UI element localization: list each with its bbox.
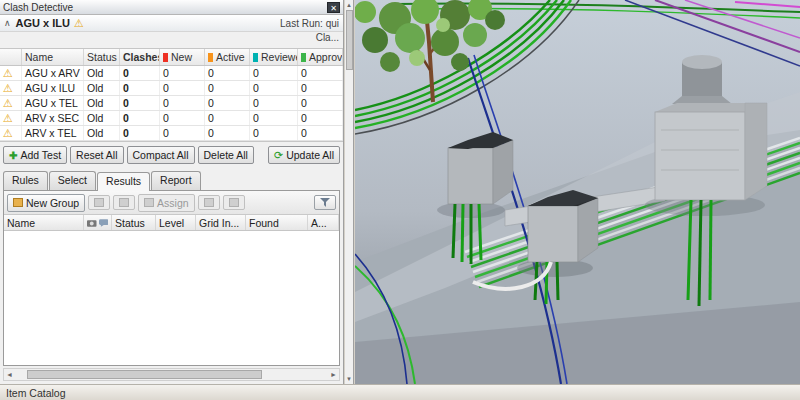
panel-title: Clash Detective xyxy=(3,2,327,13)
test-reviewed: 0 xyxy=(250,111,298,125)
unassign-button[interactable] xyxy=(198,195,220,210)
camera-icon xyxy=(87,219,97,227)
clash-detective-panel: Clash Detective ✕ ∧ AGU x ILU ⚠ Last Run… xyxy=(0,0,344,384)
results-grid-header: Name Status Level Grid In... Found A... xyxy=(4,215,339,231)
new-status-chip xyxy=(163,53,168,62)
scroll-up-icon[interactable]: ▲ xyxy=(346,0,352,10)
test-approved: 0 xyxy=(298,111,343,125)
col-clashes[interactable]: Clashes xyxy=(120,49,160,65)
ungroup-button[interactable] xyxy=(113,195,135,210)
assign-button[interactable]: Assign xyxy=(138,194,195,212)
clash-test-row[interactable]: ⚠ AGU x ILU Old 0 0 0 0 0 xyxy=(0,81,343,96)
results-col-icons[interactable] xyxy=(84,215,112,230)
3d-viewport[interactable] xyxy=(355,0,800,384)
results-col-grid[interactable]: Grid In... xyxy=(196,215,246,230)
test-new: 0 xyxy=(160,96,205,110)
3d-scene xyxy=(355,0,800,384)
warning-icon: ⚠ xyxy=(74,18,84,29)
results-col-status[interactable]: Status xyxy=(112,215,156,230)
test-approved: 0 xyxy=(298,81,343,95)
status-bar: Item Catalog xyxy=(0,384,800,400)
horizontal-scroll-thumb[interactable] xyxy=(27,370,262,379)
row-warning: ⚠ xyxy=(0,81,22,95)
test-clashes: 0 xyxy=(120,96,160,110)
test-active: 0 xyxy=(205,96,250,110)
scroll-left-icon[interactable]: ◄ xyxy=(4,371,15,378)
test-name: ARV x SEC xyxy=(22,111,84,125)
col-active[interactable]: Active xyxy=(205,49,250,65)
reset-all-button[interactable]: Reset All xyxy=(70,146,123,164)
row-warning: ⚠ xyxy=(0,126,22,140)
test-reviewed: 0 xyxy=(250,96,298,110)
test-reviewed: 0 xyxy=(250,81,298,95)
tab-select[interactable]: Select xyxy=(49,171,96,190)
scroll-down-icon[interactable]: ▼ xyxy=(346,374,352,384)
group-selected-button[interactable] xyxy=(88,195,110,210)
test-approved: 0 xyxy=(298,66,343,80)
vertical-scrollbar[interactable]: ▲ ▼ xyxy=(345,0,354,384)
horizontal-scrollbar[interactable]: ◄ ► xyxy=(3,368,340,381)
last-run-label: Last Run: qui xyxy=(280,18,339,29)
tab-results[interactable]: Results xyxy=(97,172,150,191)
update-all-button[interactable]: ⟳Update All xyxy=(268,146,340,164)
current-test-header[interactable]: ∧ AGU x ILU ⚠ Last Run: qui xyxy=(0,15,343,32)
group-add-icon xyxy=(94,198,104,207)
results-toolbar: New Group Assign xyxy=(4,191,339,215)
comment-button[interactable] xyxy=(223,195,245,210)
warning-icon: ⚠ xyxy=(3,128,13,139)
compact-all-button[interactable]: Compact All xyxy=(127,146,195,164)
add-test-button[interactable]: ✚Add Test xyxy=(3,146,67,164)
close-icon[interactable]: ✕ xyxy=(327,2,340,13)
clash-test-row[interactable]: ⚠ AGU x ARV Old 0 0 0 0 0 xyxy=(0,66,343,81)
row-warning: ⚠ xyxy=(0,66,22,80)
results-col-name[interactable]: Name xyxy=(4,215,84,230)
test-clashes: 0 xyxy=(120,81,160,95)
filter-icon xyxy=(320,198,330,207)
test-new: 0 xyxy=(160,111,205,125)
comment-icon xyxy=(229,198,239,207)
clash-test-row[interactable]: ⚠ ARV x SEC Old 0 0 0 0 0 xyxy=(0,111,343,126)
test-actions-row: ✚Add Test Reset All Compact All Delete A… xyxy=(0,142,343,168)
row-warning: ⚠ xyxy=(0,111,22,125)
panel-titlebar[interactable]: Clash Detective ✕ xyxy=(0,0,343,15)
results-empty-list[interactable] xyxy=(4,231,339,365)
clash-test-row[interactable]: ⚠ ARV x TEL Old 0 0 0 0 0 xyxy=(0,126,343,141)
results-col-level[interactable]: Level xyxy=(156,215,196,230)
new-group-button[interactable]: New Group xyxy=(7,194,85,212)
vertical-scroll-thumb[interactable] xyxy=(346,10,353,70)
application-window: Clash Detective ✕ ∧ AGU x ILU ⚠ Last Run… xyxy=(0,0,800,400)
col-name[interactable]: Name xyxy=(22,49,84,65)
test-name: ARV x TEL xyxy=(22,126,84,140)
comment-icon xyxy=(99,219,109,227)
clash-table-header: Name Status Clashes New Active Reviewed … xyxy=(0,49,343,66)
clash-test-row[interactable]: ⚠ AGU x TEL Old 0 0 0 0 0 xyxy=(0,96,343,111)
active-status-chip xyxy=(208,53,213,62)
tab-rules[interactable]: Rules xyxy=(3,171,48,190)
test-approved: 0 xyxy=(298,126,343,140)
filter-button[interactable] xyxy=(314,195,336,210)
col-status[interactable]: Status xyxy=(84,49,120,65)
scroll-right-icon[interactable]: ► xyxy=(328,371,339,378)
col-approved[interactable]: Approv xyxy=(298,49,343,65)
results-col-found[interactable]: Found xyxy=(246,215,308,230)
panel-tabs: Rules Select Results Report xyxy=(0,168,343,190)
col-reviewed[interactable]: Reviewed xyxy=(250,49,298,65)
warning-icon: ⚠ xyxy=(3,98,13,109)
collapse-chevron-icon[interactable]: ∧ xyxy=(4,18,11,28)
delete-all-button[interactable]: Delete All xyxy=(198,146,254,164)
tab-report[interactable]: Report xyxy=(151,171,201,190)
warning-icon: ⚠ xyxy=(3,113,13,124)
test-active: 0 xyxy=(205,126,250,140)
col-new[interactable]: New xyxy=(160,49,205,65)
test-clashes: 0 xyxy=(120,66,160,80)
results-col-approved[interactable]: A... xyxy=(308,215,339,230)
test-status: Old xyxy=(84,126,120,140)
row-warning: ⚠ xyxy=(0,96,22,110)
refresh-icon: ⟳ xyxy=(274,150,283,160)
test-new: 0 xyxy=(160,66,205,80)
current-test-name: AGU x ILU xyxy=(16,17,70,29)
results-tab-content: New Group Assign Name Status Level Grid … xyxy=(3,190,340,366)
test-status: Old xyxy=(84,81,120,95)
test-reviewed: 0 xyxy=(250,126,298,140)
group-icon xyxy=(13,198,23,207)
